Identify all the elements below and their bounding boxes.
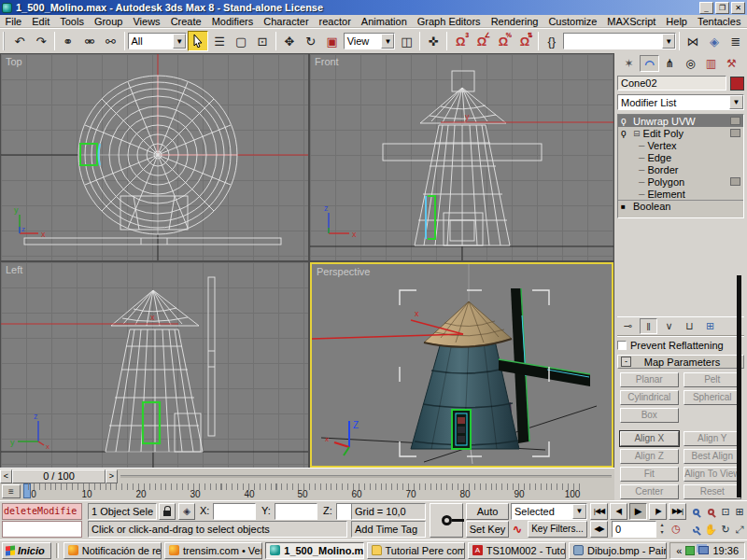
hierarchy-tab-icon[interactable]: ⋔ [660,55,680,72]
task-button-pdf[interactable]: A TS10M002 - Tutorial ... [468,542,566,559]
maxscript-input-line[interactable] [2,521,82,538]
prevent-reflattening-checkbox[interactable] [617,341,627,350]
select-object-button[interactable] [188,31,208,51]
rect-selection-region-icon[interactable]: ▢ [231,31,251,51]
next-frame-arrow[interactable]: > [106,469,118,483]
chevron-down-icon[interactable]: ▼ [729,95,743,109]
zoom-extents-icon[interactable]: ⊡ [718,503,733,520]
select-move-icon[interactable]: ✥ [279,31,300,51]
align-to-view-button[interactable]: Align To View [684,467,742,482]
object-color-swatch[interactable] [730,77,744,91]
add-time-tag[interactable]: Add Time Tag [351,521,426,538]
menu-edit[interactable]: Edit [27,15,55,28]
select-scale-icon[interactable]: ▣ [322,31,343,51]
viewport-perspective[interactable]: Perspective [310,262,613,468]
box-button[interactable]: Box [620,408,679,423]
zoom-all-icon[interactable] [703,503,718,520]
menu-character[interactable]: Character [259,15,314,28]
viewport-front[interactable]: Front [310,54,613,260]
select-rotate-icon[interactable]: ↻ [301,31,321,51]
configure-modifier-sets-icon[interactable]: ⊞ [701,318,719,334]
spinner-snap-icon[interactable]: Ω⇅ [514,31,535,51]
use-pivot-center-icon[interactable]: ◫ [396,31,416,51]
default-in-out-tangent-icon[interactable]: ∿ [513,523,526,537]
x-coord-field[interactable] [213,503,256,520]
undo-icon[interactable]: ↶ [9,31,30,51]
auto-key-button[interactable]: Auto Key [466,503,509,520]
set-keys-button[interactable] [430,503,463,538]
task-button-folder[interactable]: Tutorial Pere comas 3d [367,542,465,559]
named-selection-dropdown[interactable]: ▼ [563,33,677,49]
menu-help[interactable]: Help [661,15,693,28]
next-frame-button[interactable]: |▶ [649,503,667,520]
time-slider-track[interactable] [120,475,612,478]
motion-tab-icon[interactable]: ◎ [681,55,700,72]
tray-chevron-icon[interactable]: « [676,545,682,556]
best-align-button[interactable]: Best Align [684,449,742,464]
object-name-field[interactable]: Cone02 [617,76,726,91]
menu-file[interactable]: File [0,15,27,28]
align-x-button[interactable]: Align X [620,431,679,446]
planar-button[interactable]: Planar [620,372,679,387]
restore-button[interactable]: ❐ [715,2,729,14]
reference-coordsys-dropdown[interactable]: View ▼ [344,33,396,49]
utilities-tab-icon[interactable]: ⚒ [722,55,741,72]
menu-group[interactable]: Group [89,15,128,28]
viewport-left[interactable]: Left [1,262,308,468]
stack-item-boolean[interactable]: ■ Boolean [618,200,743,212]
lightbulb-icon[interactable]: ϙ [621,116,630,126]
network-tray-icon[interactable] [698,546,709,554]
menu-create[interactable]: Create [165,15,206,28]
go-to-start-button[interactable]: |◀◀ [590,503,608,520]
menu-customize[interactable]: Customize [543,15,602,28]
selection-filter-dropdown[interactable]: All ▼ [128,33,188,49]
maxscript-mini-listener[interactable]: deleteModifie [2,503,82,520]
cylindrical-button[interactable]: Cylindrical [620,390,679,405]
reset-button[interactable]: Reset [684,484,742,499]
chevron-down-icon[interactable]: ▼ [173,34,186,49]
key-filters-button[interactable]: Key Filters... [528,521,587,538]
menu-tools[interactable]: Tools [55,15,90,28]
pin-stack-icon[interactable]: ⊸ [619,318,637,334]
menu-graph-editors[interactable]: Graph Editors [412,15,486,28]
chevron-down-icon[interactable]: ▼ [381,34,394,49]
layer-manager-icon[interactable]: ≣ [726,31,746,51]
create-tab-icon[interactable]: ✶ [619,55,639,72]
fit-button[interactable]: Fit [620,467,679,482]
angle-snap-icon[interactable]: Ω∠ [472,31,492,51]
previous-frame-button[interactable]: ◀| [610,503,627,520]
window-crossing-icon[interactable]: ⊡ [252,31,273,51]
maximize-viewport-icon[interactable]: ⤢ [732,521,747,538]
zoom-icon[interactable] [688,503,703,520]
stack-item-edge[interactable]: ─ Edge [618,151,743,163]
task-button-3dsmax[interactable]: 1_500_Molino.ma... [265,542,363,559]
prev-frame-arrow[interactable]: < [0,469,12,483]
show-end-result-icon[interactable]: ‖ [640,318,657,334]
pelt-button[interactable]: Pelt [684,372,742,387]
make-unique-icon[interactable]: ∨ [660,318,678,334]
key-mode-toggle[interactable]: ◀▶ [590,521,608,538]
stack-item-polygon[interactable]: ─ Polygon [618,175,743,188]
viewport-top[interactable]: Top [1,54,308,260]
spherical-button[interactable]: Spherical [684,390,742,405]
stack-item-element[interactable]: ─ Element [618,188,743,200]
region-zoom-icon[interactable] [688,521,703,538]
absolute-offset-toggle[interactable]: ◈ [178,503,195,520]
bind-spacewarp-icon[interactable]: ⚯ [101,31,121,51]
menu-animation[interactable]: Animation [356,15,412,28]
collapse-icon[interactable]: ⊟ [633,129,641,138]
modifier-list-dropdown[interactable]: Modifier List ▼ [617,94,744,110]
center-button[interactable]: Center [620,484,679,499]
go-to-end-button[interactable]: ▶▶| [669,503,686,520]
menu-rendering[interactable]: Rendering [486,15,543,28]
align-icon[interactable]: ◈ [704,31,725,51]
align-y-button[interactable]: Align Y [684,431,742,446]
select-by-name-icon[interactable]: ☰ [209,31,230,51]
map-parameters-rollout-header[interactable]: - Map Parameters [617,355,744,369]
messenger-tray-icon[interactable] [685,546,695,555]
menu-maxscript[interactable]: MAXScript [602,15,661,28]
pan-icon[interactable]: ✋ [703,521,718,538]
panel-scrollbar[interactable] [737,275,741,497]
stack-item-unwrap-uvw[interactable]: ϙ Unwrap UVW [618,115,743,127]
chevron-down-icon[interactable]: ▼ [662,34,675,49]
